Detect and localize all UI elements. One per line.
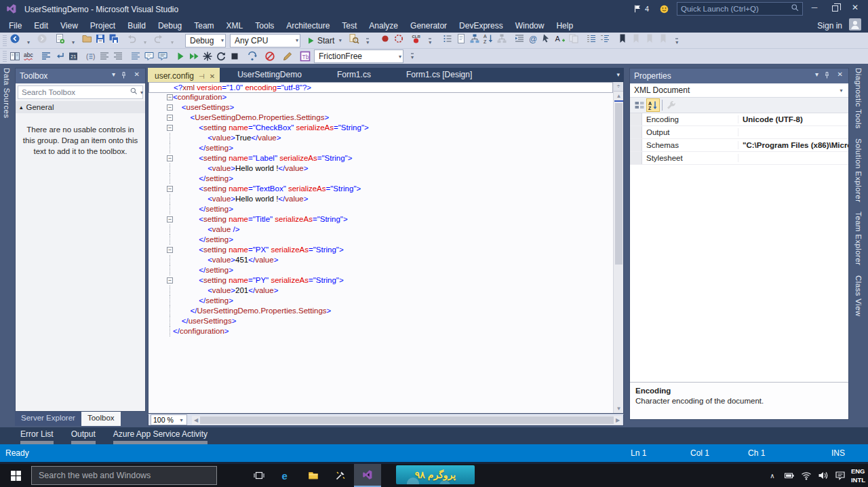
toolbar-grip[interactable]: [3, 35, 7, 46]
fold-marker-icon[interactable]: −: [167, 115, 173, 121]
format-right-icon[interactable]: [111, 50, 125, 63]
code-line[interactable]: − <setting name="TextBox" serializeAs="S…: [149, 184, 613, 194]
menu-item-file[interactable]: File: [3, 20, 28, 32]
volume-icon[interactable]: [817, 469, 829, 482]
stop-debugging-icon[interactable]: [228, 50, 241, 63]
chevron-down-icon[interactable]: ▾: [140, 90, 145, 96]
menu-item-test[interactable]: Test: [336, 20, 363, 32]
selected-object-combo[interactable]: XML Document ▾: [630, 83, 848, 98]
task-view-icon[interactable]: [245, 464, 273, 487]
code-line[interactable]: </configuration>: [149, 326, 613, 336]
fold-marker-icon[interactable]: −: [167, 155, 173, 161]
uncomment-selection-icon[interactable]: [156, 50, 170, 63]
alphabetical-sort-icon[interactable]: AZ: [646, 98, 660, 112]
goto-definition-pointer-icon[interactable]: [540, 32, 553, 45]
start-debugging-icon[interactable]: [174, 50, 187, 63]
fold-marker-icon[interactable]: −: [167, 104, 173, 111]
new-project-icon[interactable]: [53, 32, 66, 45]
document-tab-user.config[interactable]: user.config⊣✕: [148, 68, 220, 82]
document-list-caret-icon[interactable]: ▾: [616, 71, 620, 78]
new-project-caret-icon[interactable]: ▾: [66, 35, 80, 49]
attribute-tool-icon[interactable]: @: [526, 32, 540, 45]
code-line[interactable]: − <setting name="Label" serializeAs="Str…: [149, 153, 613, 163]
language-indicator[interactable]: ENG INTL: [851, 467, 865, 484]
bottom-tab-output[interactable]: Output: [71, 427, 96, 444]
property-row-output[interactable]: Output: [630, 126, 848, 139]
file-explorer-icon[interactable]: [300, 464, 327, 487]
indent-element-icon[interactable]: [513, 32, 526, 45]
user-avatar-icon[interactable]: [849, 18, 861, 33]
edge-browser-icon[interactable]: e: [273, 464, 300, 487]
match-braces-icon[interactable]: (): [84, 50, 98, 63]
property-row-stylesheet[interactable]: Stylesheet: [630, 152, 848, 165]
view-split-icon[interactable]: [8, 50, 22, 63]
scrollbar-thumb[interactable]: [200, 416, 614, 424]
code-line[interactable]: </userSettings>: [149, 316, 613, 326]
code-line[interactable]: </setting>: [149, 296, 613, 306]
side-tab-diagnostic-tools[interactable]: Diagnostic Tools: [854, 68, 863, 129]
menu-item-project[interactable]: Project: [84, 20, 121, 32]
action-center-icon[interactable]: [834, 469, 846, 482]
start-without-debugging-icon[interactable]: [187, 50, 201, 63]
fold-marker-icon[interactable]: −: [167, 277, 173, 284]
toolbar-grip[interactable]: [3, 51, 7, 62]
devexpress-theme-box-icon[interactable]: Tb: [298, 50, 312, 63]
comment-selection-icon[interactable]: [142, 50, 156, 63]
scrollbar-thumb[interactable]: [615, 103, 623, 265]
toolbar-overflow-end-icon[interactable]: ▾: [670, 35, 684, 49]
code-line[interactable]: </UserSettingDemo.Properties.Settings>: [149, 306, 613, 316]
menu-item-debug[interactable]: Debug: [152, 20, 188, 32]
property-row-encoding[interactable]: EncodingUnicode (UTF-8): [630, 113, 848, 126]
schema-hierarchy-icon[interactable]: [468, 32, 481, 45]
menu-item-xml[interactable]: XML: [220, 20, 250, 32]
menu-item-view[interactable]: View: [54, 20, 84, 32]
scroll-up-arrow[interactable]: ▲: [614, 92, 624, 101]
menu-item-edit[interactable]: Edit: [28, 20, 54, 32]
toolbar-overflow-nav-icon[interactable]: ▾: [361, 35, 374, 49]
pin-icon[interactable]: [120, 71, 127, 81]
line-numbers-icon[interactable]: 21: [66, 50, 80, 63]
font-increase-icon[interactable]: A: [553, 32, 567, 45]
disable-breakpoints-icon[interactable]: [263, 50, 277, 63]
properties-header[interactable]: Properties ▾ ✕: [630, 69, 848, 83]
code-line[interactable]: − <setting name="PX" serializeAs="String…: [149, 245, 613, 255]
menu-item-build[interactable]: Build: [121, 20, 152, 32]
code-line[interactable]: <?xml version="1.0" encoding="utf-8"?>: [149, 82, 613, 93]
fold-marker-icon[interactable]: −: [167, 94, 173, 100]
code-line[interactable]: − <setting name="PY" serializeAs="String…: [149, 275, 613, 286]
save-icon[interactable]: [94, 32, 107, 45]
code-line[interactable]: </setting>: [149, 143, 613, 153]
menu-item-tools[interactable]: Tools: [249, 20, 280, 32]
menu-item-help[interactable]: Help: [550, 20, 579, 32]
toolbar-overflow-row2[interactable]: ▾: [406, 50, 419, 63]
scroll-down-arrow[interactable]: ▼: [614, 404, 624, 414]
taskbar-search-box[interactable]: [31, 466, 217, 485]
document-tab-form1.cs[interactable]: Form1.cs: [319, 68, 389, 82]
quick-launch-box[interactable]: [677, 2, 803, 16]
visual-studio-icon[interactable]: [354, 464, 381, 487]
minimize-button[interactable]: ─: [804, 0, 825, 15]
clr-profiler-icon[interactable]: CLR: [410, 32, 423, 45]
property-value[interactable]: Unicode (UTF-8): [738, 115, 848, 123]
code-editor[interactable]: <?xml version="1.0" encoding="utf-8"?>−<…: [148, 82, 624, 414]
member-list-icon[interactable]: [441, 32, 454, 45]
document-tab-form1.cs-design-[interactable]: Form1.cs [Design]: [389, 68, 490, 82]
navigate-backward-icon[interactable]: [8, 32, 22, 45]
vertical-scrollbar[interactable]: ÷ ▲ ▼: [613, 82, 623, 414]
panel-tab-toolbox[interactable]: Toolbox: [81, 412, 121, 426]
save-all-icon[interactable]: [107, 32, 121, 45]
code-line[interactable]: <value />: [149, 225, 613, 235]
panel-tab-server-explorer[interactable]: Server Explorer: [15, 412, 81, 426]
close-icon[interactable]: ✕: [210, 73, 215, 80]
window-position-icon[interactable]: ▾: [112, 71, 115, 78]
bottom-tab-error-list[interactable]: Error List: [20, 427, 54, 444]
split-handle-icon[interactable]: ÷: [614, 82, 623, 92]
sort-members-icon[interactable]: AZ: [481, 32, 495, 45]
code-line[interactable]: <value>Hello world !</value>: [149, 194, 613, 204]
outline-list-alt-icon[interactable]: [598, 32, 612, 45]
toolbar-overflow-clr-icon[interactable]: ▾: [423, 35, 437, 49]
code-line[interactable]: <value>451</value>: [149, 255, 613, 265]
menu-item-team[interactable]: Team: [188, 20, 220, 32]
tray-expand-icon[interactable]: ∧: [766, 469, 778, 482]
bookmark-toggle-icon[interactable]: [616, 32, 629, 45]
